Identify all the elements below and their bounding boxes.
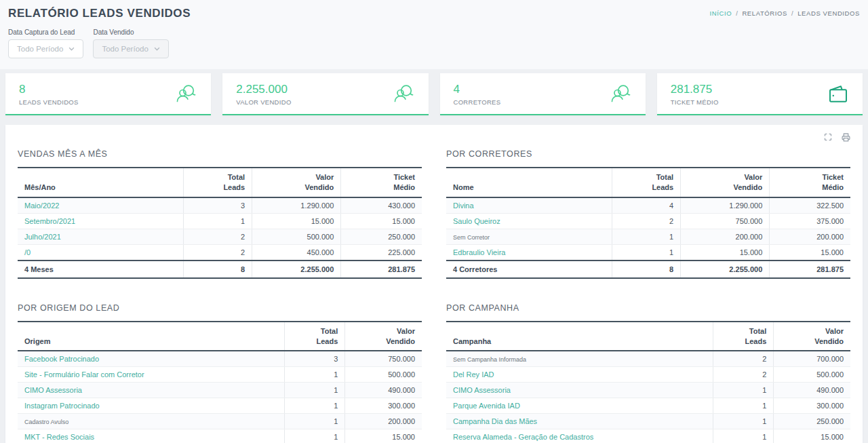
cell-value: 1 <box>612 229 680 244</box>
filter-dropdown-data-captura-do-lead[interactable]: Todo Período <box>8 39 83 58</box>
cell-value: 750.000 <box>345 351 422 367</box>
row-link-julho-2021[interactable]: Julho/2021 <box>24 233 61 241</box>
table-footer-row: 4 Corretores82.255.000281.875 <box>446 261 850 278</box>
table-row: Del Rey IAD2500.000 <box>446 367 850 383</box>
row-link-del-rey-iad[interactable]: Del Rey IAD <box>453 370 494 379</box>
filter-data-vendido: Data VendidoTodo Período <box>93 28 168 58</box>
cell-value: 375.000 <box>770 213 850 229</box>
breadcrumb-item-relatorios[interactable]: RELATÓRIOS <box>742 9 787 17</box>
cell-value: 490.000 <box>774 383 850 398</box>
row-link-instagram-patrocinado[interactable]: Instagram Patrocinado <box>24 402 100 410</box>
data-table-por-corretores: NomeTotalLeadsValorVendidoTicketMédioDiv… <box>446 167 850 279</box>
users-icon <box>174 83 197 106</box>
row-link-facebook-patrocinado[interactable]: Facebook Patrocinado <box>24 355 99 363</box>
cell-label: Reserva Alameda - Geração de Cadastros <box>446 429 713 443</box>
cell-label: Edbraulio Vieira <box>446 244 612 261</box>
cell-value: 430.000 <box>341 197 422 214</box>
row-link-reserva-alameda-geracao-de-cadastros[interactable]: Reserva Alameda - Geração de Cadastros <box>453 433 593 441</box>
cell-value: 2 <box>713 351 773 367</box>
column-header-total-leads: TotalLeads <box>713 322 773 351</box>
data-table-por-campanha: CampanhaTotalLeadsValorVendidoSem Campan… <box>446 321 850 443</box>
stat-card-ticket-medio: 281.875TICKET MÉDIO <box>657 73 863 115</box>
footer-cell: 8 <box>183 261 252 278</box>
stat-card-corretores: 4CORRETORES <box>440 73 646 115</box>
cell-value: 15.000 <box>341 213 422 229</box>
cell-value: 1 <box>284 429 344 443</box>
footer-cell: 2.255.000 <box>681 261 770 278</box>
row-link-saulo-queiroz[interactable]: Saulo Queiroz <box>453 217 500 225</box>
cell-value: 200.000 <box>770 229 850 244</box>
stat-value: 8 <box>19 83 79 96</box>
row-label-sem-corretor: Sem Corretor <box>453 234 490 241</box>
table-row: Edbraulio Vieira115.00015.000 <box>446 244 850 261</box>
cell-value: 300.000 <box>345 398 422 414</box>
data-table-por-origem-do-lead: OrigemTotalLeadsValorVendidoFacebook Pat… <box>18 321 422 443</box>
header-section: RELATÓRIO LEADS VENDIDOS INÍCIO/RELATÓRI… <box>0 0 868 69</box>
row-link-edbraulio-vieira[interactable]: Edbraulio Vieira <box>453 248 505 256</box>
column-header-total-leads: TotalLeads <box>612 168 680 197</box>
cell-value: 1 <box>713 414 773 429</box>
cell-label: CIMO Assessoria <box>18 383 284 398</box>
row-link-divina[interactable]: Divina <box>453 201 474 210</box>
cell-value: 2 <box>183 244 252 261</box>
cell-value: 1 <box>612 244 680 261</box>
filter-label: Data Captura do Lead <box>8 28 83 36</box>
row-link-cimo-assessoria[interactable]: CIMO Assessoria <box>453 386 511 394</box>
cell-label: Divina <box>446 197 612 214</box>
row-link-setembro-2021[interactable]: Setembro/2021 <box>24 217 75 225</box>
cell-label: Sem Campanha Informada <box>446 351 713 367</box>
column-header-campanha: Campanha <box>446 322 713 351</box>
cell-value: 2 <box>612 213 680 229</box>
footer-cell: 4 Meses <box>18 261 183 278</box>
filter-dropdown-data-vendido[interactable]: Todo Período <box>93 39 168 58</box>
cell-value: 1.290.000 <box>681 197 770 214</box>
table-row: Sem Campanha Informada2700.000 <box>446 351 850 367</box>
table-row: Julho/20212500.000250.000 <box>18 229 422 244</box>
report-section-por-corretores: POR CORRETORESNomeTotalLeadsValorVendido… <box>446 144 850 279</box>
table-row: Instagram Patrocinado1300.000 <box>18 398 422 414</box>
fullscreen-button[interactable] <box>824 132 832 142</box>
row-link-maio-2022[interactable]: Maio/2022 <box>24 201 59 210</box>
cell-value: 3 <box>183 197 252 214</box>
stat-value: 2.255.000 <box>236 83 291 96</box>
stat-label: LEADS VENDIDOS <box>19 98 79 106</box>
users-icon <box>609 83 632 106</box>
row-link-cimo-assessoria[interactable]: CIMO Assessoria <box>24 386 82 394</box>
column-header-total-leads: TotalLeads <box>284 322 344 351</box>
cell-value: 250.000 <box>341 229 422 244</box>
breadcrumb: INÍCIO/RELATÓRIOS/LEADS VENDIDOS <box>710 9 860 17</box>
print-button[interactable] <box>842 132 850 142</box>
cell-value: 1 <box>284 383 344 398</box>
column-header-ticket-medio: TicketMédio <box>770 168 850 197</box>
cell-value: 15.000 <box>681 244 770 261</box>
panel-tools <box>18 132 850 142</box>
row-link-site-formulario-falar-com-corretor[interactable]: Site - Formulário Falar com Corretor <box>24 370 144 379</box>
footer-cell: 2.255.000 <box>252 261 341 278</box>
cell-value: 1 <box>713 383 773 398</box>
page-title: RELATÓRIO LEADS VENDIDOS <box>8 7 191 20</box>
cell-value: 225.000 <box>341 244 422 261</box>
breadcrumb-item-leads-vendidos[interactable]: LEADS VENDIDOS <box>797 9 860 17</box>
breadcrumb-separator: / <box>736 9 738 17</box>
cell-label: Julho/2021 <box>18 229 183 244</box>
row-link-0[interactable]: /0 <box>24 248 31 256</box>
filters: Data Captura do LeadTodo PeríodoData Ven… <box>8 20 860 69</box>
cell-label: Campanha Dia das Mães <box>446 414 713 429</box>
cell-label: Sem Corretor <box>446 229 612 244</box>
stat-label: TICKET MÉDIO <box>671 98 719 106</box>
breadcrumb-item-inicio[interactable]: INÍCIO <box>710 9 732 17</box>
report-panel: VENDAS MÊS A MÊSMês/AnoTotalLeadsValorVe… <box>5 125 863 443</box>
row-link-mkt-redes-sociais[interactable]: MKT - Redes Sociais <box>24 433 94 441</box>
footer-cell: 281.875 <box>770 261 850 278</box>
table-row: CIMO Assessoria1490.000 <box>446 383 850 398</box>
row-link-parque-avenida-iad[interactable]: Parque Avenida IAD <box>453 402 520 410</box>
column-header-valor-vendido: ValorVendido <box>774 322 850 351</box>
stat-card-valor-vendido: 2.255.000VALOR VENDIDO <box>222 73 428 115</box>
report-section-vendas-mes-a-mes: VENDAS MÊS A MÊSMês/AnoTotalLeadsValorVe… <box>18 144 422 279</box>
fullscreen-icon <box>824 133 832 141</box>
table-row: Facebook Patrocinado3750.000 <box>18 351 422 367</box>
row-label-cadastro-avulso: Cadastro Avulso <box>24 419 68 425</box>
row-link-campanha-dia-das-maes[interactable]: Campanha Dia das Mães <box>453 417 537 425</box>
cell-value: 500.000 <box>345 367 422 383</box>
cell-label: Instagram Patrocinado <box>18 398 284 414</box>
